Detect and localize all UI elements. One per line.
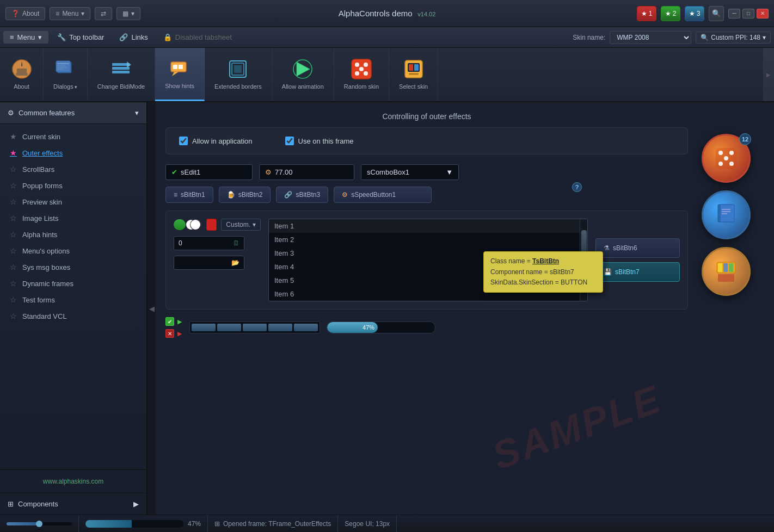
star-icon: ☆ <box>10 312 17 320</box>
bitbtn1[interactable]: ≡ sBitBtn1 <box>165 187 213 203</box>
sidebar-components[interactable]: ⊞ Components ▶ <box>0 493 146 515</box>
menu-titlebar-button[interactable]: ≡ Menu ▾ <box>50 7 90 20</box>
dice-circle-button[interactable]: 12 <box>702 134 751 183</box>
combo-box[interactable]: sComboBox1 ▼ <box>361 164 459 180</box>
calculator-icon: 🗓 <box>233 239 239 247</box>
top-toolbar-button[interactable]: 🔧 Top toolbar <box>51 31 110 44</box>
menu-menu-button[interactable]: ≡ Menu ▾ <box>3 31 48 44</box>
minimize-button[interactable]: ─ <box>728 9 740 18</box>
color-button[interactable] <box>206 219 217 231</box>
allow-checkbox-input[interactable] <box>179 137 188 145</box>
sidebar-item-sys-msg-boxes[interactable]: ☆ Sys msg boxes <box>0 259 146 275</box>
svg-point-36 <box>729 151 734 155</box>
svg-rect-9 <box>57 69 64 70</box>
toggle-on[interactable] <box>174 219 186 230</box>
svg-rect-49 <box>729 263 733 272</box>
bitbtn7[interactable]: 💾 sBitBtn7 <box>595 262 680 282</box>
check-icon: ✔ <box>171 168 177 176</box>
star-button-1[interactable]: ★ 1 <box>637 6 656 21</box>
star-button-2[interactable]: ★ 2 <box>661 6 680 21</box>
puzzle-status-icon: ⊞ <box>214 520 220 528</box>
red-checkbox[interactable]: ✕ <box>165 329 174 338</box>
statusbar-font-seg: Segoe UI; 13px <box>338 515 397 532</box>
arrows-icon: ⇄ <box>101 10 106 17</box>
svg-marker-15 <box>172 72 179 76</box>
doc-circle-button[interactable] <box>702 190 751 239</box>
toolbar-about[interactable]: i About <box>0 48 44 101</box>
svg-point-39 <box>724 156 728 160</box>
status-slider-thumb[interactable] <box>36 521 42 527</box>
toolbar-selectskin[interactable]: Select skin <box>389 48 438 101</box>
file-input[interactable]: 📂 <box>174 256 244 270</box>
palette-circle-button[interactable] <box>702 247 751 296</box>
bitbtn3[interactable]: 🔗 sBitBtn3 <box>276 187 328 203</box>
sedit1-field[interactable]: ✔ sEdit1 <box>165 164 253 180</box>
sidebar-item-scrollbars[interactable]: ☆ ScrollBars <box>0 161 146 177</box>
search-button[interactable]: 🔍 <box>709 6 724 21</box>
about-titlebar-button[interactable]: ❓ About <box>5 7 45 20</box>
allow-in-application-checkbox[interactable]: Allow in application <box>179 137 253 145</box>
content-area: SAMPLE Controlling of outer effects Allo… <box>156 102 774 515</box>
tooltip-class-link[interactable]: TsBitBtn <box>532 257 559 265</box>
bottom-row: ✔ ▶ ✕ ▶ <box>165 317 688 338</box>
tab-seg <box>268 324 292 331</box>
check-row-green[interactable]: ✔ ▶ <box>165 317 182 326</box>
svg-rect-44 <box>722 213 727 214</box>
sidebar-item-image-lists[interactable]: ☆ Image Lists <box>0 210 146 226</box>
toolbar-showhints[interactable]: Show hints <box>155 48 205 101</box>
bitbtn2[interactable]: 🍺 sBitBtn2 <box>219 187 271 203</box>
toolbar-extendedborders[interactable]: Extended borders <box>205 48 272 101</box>
star2-icon: ★ <box>665 10 671 17</box>
combo-arrow-icon: ▼ <box>446 168 453 176</box>
status-slider[interactable] <box>7 522 72 525</box>
lock-icon: 🔒 <box>163 33 172 41</box>
star-icon: ☆ <box>10 230 17 239</box>
ppi-selector[interactable]: 🔍 Custom PPI: 148 ▾ <box>696 32 771 44</box>
toolbar-allowanimation[interactable]: Allow animation <box>272 48 334 101</box>
speed-button1[interactable]: ⚙ sSpeedButton1 <box>334 187 432 203</box>
green-checkbox[interactable]: ✔ <box>165 317 174 326</box>
toolbar-bidimode[interactable]: Change BidiMode <box>88 48 155 101</box>
sample-watermark: SAMPLE <box>487 376 668 478</box>
links-button[interactable]: 🔗 Links <box>113 31 154 44</box>
menu-titlebar-icon: ≡ <box>56 10 59 17</box>
frame-checkbox-input[interactable] <box>285 137 294 145</box>
check-row-red[interactable]: ✕ ▶ <box>165 329 182 338</box>
sidebar-header[interactable]: ⚙ Common features ▾ <box>0 102 146 124</box>
star-icon: ☆ <box>10 279 17 288</box>
arrows-button[interactable]: ⇄ <box>95 7 112 20</box>
number-input[interactable]: 0 🗓 <box>174 236 244 250</box>
star-button-3[interactable]: ★ 3 <box>685 6 704 21</box>
sidebar-item-outer-effects[interactable]: ★ Outer effects <box>0 145 146 161</box>
maximize-button[interactable]: □ <box>742 9 754 18</box>
toolbar-randomskin[interactable]: Random skin <box>334 48 389 101</box>
sidebar-item-popup-forms[interactable]: ☆ Popup forms <box>0 177 146 194</box>
sidebar-item-current-skin[interactable]: ★ Current skin <box>0 128 146 145</box>
skin-select[interactable]: WMP 2008 <box>610 31 691 44</box>
list-item[interactable]: Item 1 <box>269 219 587 233</box>
toolbar-bidimode-icon <box>110 58 132 80</box>
toolbar-dialogs[interactable]: Dialogs ▾ <box>44 48 88 101</box>
pages-button[interactable]: ▦ ▾ <box>116 7 140 20</box>
tab-seg <box>192 324 216 331</box>
sidebar-item-preview-skin[interactable]: ☆ Preview skin <box>0 194 146 210</box>
search-icon: 🔍 <box>712 9 721 17</box>
bitbtn6[interactable]: ⚗ sBitBtn6 <box>595 238 680 258</box>
list-item[interactable]: Item 2 <box>269 233 587 246</box>
toolbar-scroll-right[interactable]: ▶ <box>763 48 774 101</box>
sidebar-item-dynamic-frames[interactable]: ☆ Dynamic frames <box>0 275 146 292</box>
toggle-off[interactable] <box>190 219 202 230</box>
sidebar-item-standard-vcl[interactable]: ☆ Standard VCL <box>0 308 146 324</box>
use-on-frame-checkbox[interactable]: Use on this frame <box>285 137 354 145</box>
close-button[interactable]: ✕ <box>757 9 769 18</box>
star-icon: ☆ <box>10 295 17 304</box>
wrench-icon: 🔧 <box>57 33 66 41</box>
sidebar-item-alpha-hints[interactable]: ☆ Alpha hints <box>0 226 146 243</box>
sidebar-collapse-button[interactable]: ◀ <box>147 102 156 515</box>
custom-button[interactable]: Custom. ▾ <box>221 219 261 231</box>
svg-marker-21 <box>297 62 310 76</box>
sidebar-item-menus-options[interactable]: ☆ Menu's options <box>0 243 146 259</box>
spin-edit[interactable]: ⚙ 77.00 <box>259 164 354 180</box>
sidebar-item-test-forms[interactable]: ☆ Test forms <box>0 292 146 308</box>
status-progress-bar <box>85 520 183 528</box>
